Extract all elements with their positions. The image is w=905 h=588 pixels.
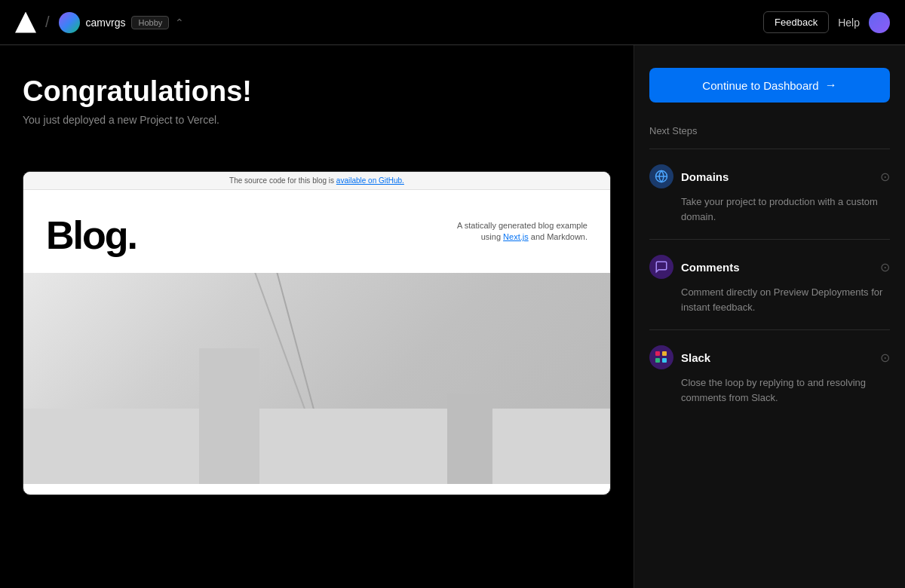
arch-block-2 — [199, 348, 259, 484]
comments-icon — [649, 255, 673, 279]
nextjs-link[interactable]: Next.js — [503, 232, 529, 241]
chat-svg — [655, 260, 668, 274]
slack-dot-2 — [662, 351, 667, 356]
domains-icon — [649, 164, 673, 188]
preview-top-bar-text: The source code for this blog is availab… — [229, 176, 404, 185]
comments-arrow-icon: ⊙ — [880, 260, 890, 274]
vercel-logo[interactable] — [15, 12, 36, 33]
comments-description: Comment directly on Preview Deployments … — [649, 285, 890, 314]
arch-block-1 — [23, 409, 610, 484]
github-link[interactable]: available on GitHub. — [336, 176, 404, 185]
header-right: Feedback Help — [763, 11, 890, 33]
project-name: camvrgs — [86, 17, 126, 29]
step-header-left-comments: Comments — [649, 255, 740, 279]
header: / camvrgs Hobby ⌃ Feedback Help — [0, 0, 905, 45]
title-area: Congratulations! You just deployed a new… — [23, 75, 611, 149]
slack-dot-3 — [655, 358, 660, 363]
header-left: / camvrgs Hobby ⌃ — [15, 12, 184, 33]
feedback-button[interactable]: Feedback — [763, 11, 829, 33]
slack-title: Slack — [681, 351, 710, 364]
slack-dot-1 — [655, 351, 660, 356]
preview-content: Blog. A statically generated blog exampl… — [23, 190, 610, 484]
continue-label: Continue to Dashboard — [702, 79, 818, 92]
next-steps-label: Next Steps — [649, 125, 890, 136]
help-button[interactable]: Help — [838, 17, 860, 29]
left-panel: Congratulations! You just deployed a new… — [0, 45, 634, 588]
domains-title: Domains — [681, 170, 729, 183]
domains-arrow-icon: ⊙ — [880, 170, 890, 184]
chevron-down-icon[interactable]: ⌃ — [175, 17, 184, 29]
blog-title: Blog. — [46, 213, 137, 258]
top-bar-left: Congratulations! You just deployed a new… — [23, 75, 611, 149]
congrats-title: Congratulations! — [23, 75, 611, 108]
blog-header: Blog. A statically generated blog exampl… — [23, 190, 610, 273]
step-item-slack[interactable]: Slack ⊙ Close the loop by replying to an… — [649, 330, 890, 420]
continue-to-dashboard-button[interactable]: Continue to Dashboard → — [649, 68, 890, 103]
step-header-comments: Comments ⊙ — [649, 255, 890, 279]
slack-dot-4 — [662, 358, 667, 363]
main-content: Congratulations! You just deployed a new… — [0, 45, 905, 588]
step-item-domains[interactable]: Domains ⊙ Take your project to productio… — [649, 149, 890, 240]
step-header-left-domains: Domains — [649, 164, 729, 188]
arch-block-3 — [447, 394, 492, 484]
separator: / — [45, 14, 50, 31]
comments-title: Comments — [681, 261, 740, 274]
slack-icon — [649, 345, 673, 369]
preview-top-bar: The source code for this blog is availab… — [23, 172, 610, 190]
step-header-slack: Slack ⊙ — [649, 345, 890, 369]
right-panel: Continue to Dashboard → Next Steps Domai… — [634, 45, 905, 588]
blog-hero-image — [23, 273, 610, 484]
step-item-comments[interactable]: Comments ⊙ Comment directly on Preview D… — [649, 240, 890, 330]
slack-dots — [655, 351, 667, 363]
slack-arrow-icon: ⊙ — [880, 351, 890, 365]
plan-badge: Hobby — [131, 16, 169, 29]
domains-description: Take your project to production with a c… — [649, 194, 890, 224]
project-avatar — [59, 12, 80, 33]
preview-card: The source code for this blog is availab… — [23, 171, 611, 495]
step-header-left-slack: Slack — [649, 345, 710, 369]
blog-tagline: A statically generated blog example usin… — [437, 213, 587, 243]
step-header-domains: Domains ⊙ — [649, 164, 890, 188]
arrow-right-icon: → — [825, 78, 837, 92]
congrats-subtitle: You just deployed a new Project to Verce… — [23, 114, 611, 126]
globe-svg — [655, 170, 668, 183]
slack-description: Close the loop by replying to and resolv… — [649, 375, 890, 405]
user-avatar[interactable] — [869, 12, 890, 33]
